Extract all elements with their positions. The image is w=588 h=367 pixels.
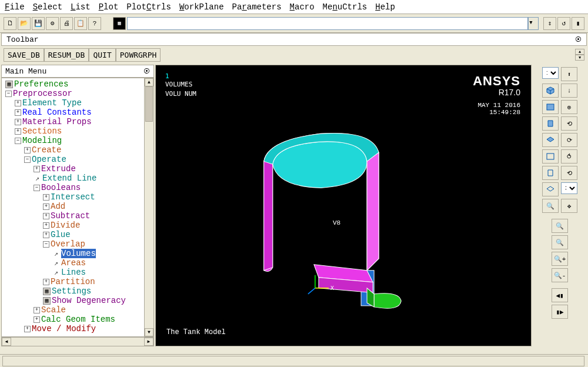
icon-toolbar: 🗋 📂 💾 ⚙ 🖨 📋 ? ▦ ▾ ⇕ ↺ ▮ (0, 14, 588, 33)
tree-item-settings[interactable]: ▦Settings (3, 286, 144, 296)
main-menu-title-bar: Main Menu ⦿ (1, 65, 154, 78)
tree-item-real-constants[interactable]: +Real Constants (3, 108, 144, 117)
tree-item-preprocessor[interactable]: −Preprocessor (3, 89, 144, 98)
status-message (2, 356, 584, 366)
svg-rect-7 (547, 154, 554, 159)
open-button[interactable]: 📂 (18, 17, 31, 30)
rotate-y-button[interactable]: ⟳ (561, 133, 577, 147)
tree-vscrollbar[interactable]: ▲ ▼ (144, 78, 153, 336)
pan-button[interactable]: ✥ (561, 199, 577, 213)
menu-select[interactable]: Select (33, 2, 62, 12)
tree-item-element-type[interactable]: +Element Type (3, 98, 144, 108)
toolbar-label: Toolbar (6, 35, 39, 44)
tree-item-move-modify[interactable]: +Move / Modify (3, 324, 144, 333)
tree-item-booleans[interactable]: −Booleans (3, 183, 144, 192)
tree-body[interactable]: ▦Preferences−Preprocessor+Element Type+R… (2, 78, 144, 336)
toolbar-spinner[interactable]: ▲▼ (575, 49, 584, 61)
menu-plotctrls[interactable]: PlotCtrls (126, 2, 171, 12)
tree-item-material-props[interactable]: +Material Props (3, 117, 144, 126)
tree-item-intersect[interactable]: +Intersect (3, 192, 144, 202)
contact-button[interactable]: ▮ (572, 17, 584, 30)
menu-plot[interactable]: Plot (99, 2, 119, 12)
command-dropdown[interactable]: ▾ (528, 17, 539, 30)
menu-file[interactable]: File (5, 2, 25, 12)
menu-macro[interactable]: Macro (290, 2, 315, 12)
rotate-x-button[interactable]: ⟲ (561, 116, 577, 131)
save-button[interactable]: 💾 (32, 17, 45, 30)
custom-toolbar: SAVE_DB RESUM_DB QUIT POWRGRPH ▲▼ (0, 46, 588, 64)
model-render: V8 X (161, 70, 526, 341)
svg-text:V8: V8 (333, 219, 340, 226)
tree-item-divide[interactable]: +Divide (3, 221, 144, 230)
right-view-button[interactable] (542, 116, 559, 131)
rotate-z-button[interactable]: ⥀ (561, 149, 577, 164)
svg-line-4 (308, 288, 315, 294)
tree-item-overlap[interactable]: −Overlap (3, 239, 144, 249)
quit-button[interactable]: QUIT (89, 48, 115, 62)
rotate-neg-button[interactable]: ⟲ (561, 166, 577, 180)
tree-item-scale[interactable]: +Scale (3, 305, 144, 315)
menu-parameters[interactable]: Parameters (232, 2, 282, 12)
graphics-viewport[interactable]: 1 VOLUMES VOLU NUM ANSYS R17.0 MAY 11 20… (155, 65, 532, 346)
menu-workplane[interactable]: WorkPlane (179, 2, 224, 12)
tree-item-glue[interactable]: +Glue (3, 230, 144, 239)
tree-item-calc-geom-items[interactable]: +Calc Geom Items (3, 315, 144, 324)
rate-select[interactable]: 3 (561, 182, 577, 194)
bottom-view-button[interactable] (542, 182, 559, 196)
powrgrph-button[interactable]: POWRGRPH (116, 48, 161, 62)
top-view-button[interactable] (542, 133, 559, 147)
prev-view-button[interactable]: ◀▮ (552, 288, 568, 302)
menu-help[interactable]: Help (375, 2, 395, 12)
collapse-tree-icon[interactable]: ⦿ (143, 68, 150, 75)
back-view-button[interactable] (542, 149, 559, 164)
tree-item-modeling[interactable]: −Modeling (3, 136, 144, 145)
tree-item-subtract[interactable]: +Subtract (3, 211, 144, 221)
tree-item-preferences[interactable]: ▦Preferences (3, 79, 144, 89)
statusbar (0, 354, 588, 367)
zoom-back-button[interactable]: 🔍 (552, 235, 568, 249)
next-view-button[interactable]: ▮▶ (552, 305, 568, 319)
resum-db-button[interactable]: RESUM_DB (44, 48, 89, 62)
command-input[interactable] (127, 17, 528, 30)
report-button[interactable]: 📋 (74, 17, 87, 30)
tree-item-extend-line[interactable]: ↗Extend Line (3, 174, 144, 183)
svg-rect-6 (547, 104, 554, 110)
raise-hidden-button[interactable]: ⇕ (543, 17, 556, 30)
tree-item-sections[interactable]: +Sections (3, 126, 144, 136)
tree-item-extrude[interactable]: +Extrude (3, 164, 144, 174)
svg-text:X: X (330, 285, 334, 292)
pan-zoom-button[interactable]: ⚙ (46, 17, 59, 30)
new-button[interactable]: 🗋 (4, 17, 16, 30)
fit-view-button[interactable]: ⬆ (561, 67, 577, 81)
print-button[interactable]: 🖨 (60, 17, 73, 30)
main-menu-panel: Main Menu ⦿ ▦Preferences−Preprocessor+El… (1, 65, 154, 346)
tree-item-show-degeneracy[interactable]: ▦Show Degeneracy (3, 296, 144, 305)
front-view-button[interactable] (542, 100, 559, 114)
menubar: File Select List Plot PlotCtrls WorkPlan… (0, 0, 588, 14)
tree-item-volumes[interactable]: ↗Volumes (3, 249, 144, 258)
collapse-toolbar-icon[interactable]: ⦿ (575, 36, 582, 44)
menu-menuctrls[interactable]: MenuCtrls (323, 2, 368, 12)
iso-view-button[interactable] (542, 84, 559, 98)
oblique-view-button[interactable]: ↓ (561, 84, 577, 98)
zoom-out-button[interactable]: 🔍- (552, 268, 568, 282)
left-view-button[interactable] (542, 166, 559, 180)
save-db-button[interactable]: SAVE_DB (4, 48, 44, 62)
tree-item-add[interactable]: +Add (3, 202, 144, 211)
window-select[interactable]: 1 (542, 67, 559, 79)
tree-hscrollbar[interactable]: ◀▶ (1, 337, 154, 346)
zoom-win-button[interactable]: 🔍 (542, 199, 559, 213)
tree-item-partition[interactable]: +Partition (3, 277, 144, 286)
menu-list[interactable]: List (71, 2, 91, 12)
right-toolbar: 1 ⬆ ↓ ⊗ ⟲ ⟳ ⥀ ⟲ 3 🔍✥ 🔍 🔍 🔍+ 🔍- ◀▮ ▮▶ (533, 65, 587, 346)
tree-item-create[interactable]: +Create (3, 145, 144, 155)
zoom-in-button[interactable]: 🔍+ (552, 252, 568, 266)
zoom-fit-button[interactable]: 🔍 (552, 219, 568, 233)
tree-item-areas[interactable]: ↗Areas (3, 258, 144, 268)
help-button[interactable]: ? (88, 17, 101, 30)
command-icon: ▦ (113, 17, 126, 30)
tree-item-lines[interactable]: ↗Lines (3, 268, 144, 277)
reset-button[interactable]: ↺ (557, 17, 570, 30)
dyn-rotate-button[interactable]: ⊗ (561, 100, 577, 114)
tree-item-operate[interactable]: −Operate (3, 155, 144, 164)
